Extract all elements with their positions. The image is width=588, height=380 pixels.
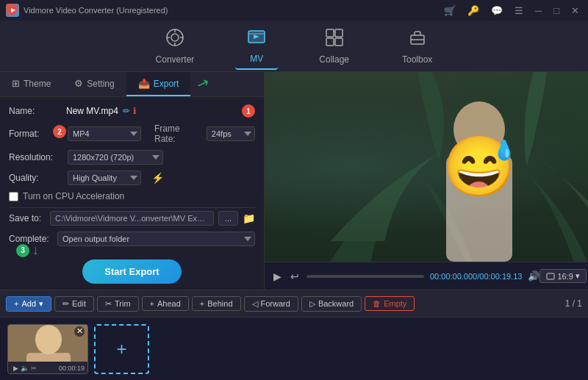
timeline-icons: ▶ 🔈 ✂: [11, 364, 39, 373]
close-button[interactable]: ✕: [568, 4, 582, 18]
bottom-toolbar: + Add ▾ ✏ Edit ✂ Trim + Ahead + Behind ◁…: [0, 290, 588, 318]
backward-label: Backward: [318, 299, 354, 308]
converter-label: Converter: [156, 54, 195, 65]
save-path-value: C:\Vidmore\Vidmore V...onverter\MV Expor…: [50, 211, 214, 226]
trim-label: Trim: [115, 299, 131, 308]
save-path-dots-button[interactable]: ...: [218, 211, 238, 226]
svg-rect-19: [547, 273, 554, 279]
quality-row: Quality: High Quality Medium Quality Low…: [9, 171, 255, 185]
backward-icon: ▷: [309, 299, 315, 309]
empty-button[interactable]: 🗑 Empty: [365, 296, 415, 311]
save-folder-icon[interactable]: 📁: [243, 212, 255, 224]
play-button[interactable]: ▶: [272, 269, 283, 284]
nav-toolbox[interactable]: Toolbox: [390, 24, 444, 69]
app-title: Vidmore Video Converter (Unregistered): [24, 6, 168, 15]
time-total: 00:00:19.13: [479, 272, 522, 281]
tab-setting[interactable]: ⚙ Setting: [62, 72, 126, 96]
collage-label: Collage: [319, 54, 349, 65]
svg-rect-24: [26, 353, 71, 362]
mv-label: MV: [250, 54, 263, 64]
add-more-button[interactable]: +: [94, 324, 149, 374]
framerate-select[interactable]: 24fps 25fps 30fps: [207, 126, 255, 141]
name-value: New MV.mp4: [66, 106, 118, 116]
edit-name-icon[interactable]: ✏: [123, 106, 130, 116]
add-chevron: ▾: [39, 299, 43, 309]
key-icon[interactable]: 🔑: [465, 4, 482, 18]
setting-tab-icon: ⚙: [74, 78, 83, 89]
ratio-value: 16:9: [557, 272, 573, 281]
cart-icon[interactable]: 🛒: [441, 4, 459, 18]
add-label: Add: [21, 299, 36, 308]
maximize-button[interactable]: □: [551, 4, 562, 18]
timeline: ✕ ▶ 🔈 ✂ 00:00:19 +: [0, 318, 588, 380]
behind-label: Behind: [207, 299, 232, 308]
timeline-item-close[interactable]: ✕: [74, 326, 85, 337]
export-panel-content: Name: New MV.mp4 ✏ ℹ 1 Format: 2 MP4 MOV: [0, 97, 264, 290]
tab-theme[interactable]: ⊞ Theme: [0, 72, 62, 96]
empty-label: Empty: [384, 299, 406, 308]
nav-collage[interactable]: Collage: [307, 24, 361, 69]
name-edit-icons: ✏ ℹ: [123, 106, 137, 116]
page-count: 1 / 1: [565, 298, 582, 309]
mv-icon: [247, 27, 266, 51]
app-icon: [6, 4, 19, 17]
main-content: ⊞ Theme ⚙ Setting 📤 Export ↙ Name: New M…: [0, 72, 588, 290]
chat-icon[interactable]: 💬: [488, 4, 506, 18]
aspect-ratio-button[interactable]: 16:9 ▾: [539, 269, 586, 283]
progress-bar[interactable]: [306, 275, 424, 278]
export-tab-label: Export: [154, 79, 179, 89]
cpu-acceleration-checkbox[interactable]: [9, 192, 18, 201]
timeline-info: ▶ 🔈 ✂ 00:00:19: [8, 362, 87, 374]
timeline-duration: 00:00:19: [59, 365, 85, 372]
toolbox-label: Toolbox: [402, 54, 432, 65]
add-button[interactable]: + Add ▾: [6, 296, 51, 312]
nav-mv[interactable]: MV: [235, 23, 278, 70]
tab-export[interactable]: 📤 Export: [126, 72, 191, 96]
empty-icon: 🗑: [373, 299, 381, 308]
info-name-icon[interactable]: ℹ: [133, 106, 137, 116]
annotation-3-area: 3 ↓: [16, 243, 39, 258]
resolution-label: Resolution:: [9, 152, 62, 162]
theme-tab-label: Theme: [24, 79, 51, 89]
left-panel: ⊞ Theme ⚙ Setting 📤 Export ↙ Name: New M…: [0, 72, 265, 290]
name-label: Name:: [9, 106, 62, 116]
quality-select[interactable]: High Quality Medium Quality Low Quality: [68, 171, 141, 185]
svg-rect-14: [335, 38, 343, 46]
svg-point-23: [35, 325, 62, 354]
resolution-row: Resolution: 1280x720 (720p) 1920x1080 (1…: [9, 150, 255, 165]
start-export-button[interactable]: Start Export: [82, 259, 181, 284]
behind-button[interactable]: + Behind: [192, 296, 241, 311]
format-select[interactable]: MP4 MOV AVI: [68, 126, 141, 141]
top-navigation: Converter MV Collage: [0, 21, 588, 72]
video-controls: ▶ ↩ 00:00:00.000/00:00:19.13 🔊 16:9 ▾: [265, 262, 588, 290]
replay-button[interactable]: ↩: [289, 269, 301, 284]
video-background: 😅: [265, 72, 588, 262]
svg-rect-13: [326, 38, 334, 46]
right-panel: 😅 ▶ ↩ 00:00:00.000/00:00:19.13 🔊 16:9: [265, 72, 588, 290]
nav-converter[interactable]: Converter: [144, 24, 207, 69]
video-preview: 😅: [265, 72, 588, 262]
complete-select[interactable]: Open output folder Do nothing Shut down: [57, 232, 255, 246]
ahead-button[interactable]: + Ahead: [142, 296, 189, 311]
cpu-acceleration-label: Turn on CPU Acceleration: [23, 191, 124, 201]
timeline-vol-icon[interactable]: 🔈: [21, 365, 29, 372]
export-tab-icon: 📤: [138, 78, 150, 89]
edit-button[interactable]: ✏ Edit: [54, 296, 94, 312]
ratio-icon: [546, 272, 555, 281]
forward-button[interactable]: ◁ Forward: [244, 296, 298, 312]
volume-icon[interactable]: 🔊: [528, 270, 539, 282]
menu-icon[interactable]: ☰: [512, 4, 526, 18]
edit-icon: ✏: [62, 299, 69, 309]
trim-button[interactable]: ✂ Trim: [97, 296, 139, 312]
resolution-select[interactable]: 1280x720 (720p) 1920x1080 (1080p) 854x48…: [68, 150, 163, 165]
bitrate-icon[interactable]: ⚡: [151, 172, 164, 184]
forward-icon: ◁: [252, 299, 258, 309]
timeline-cut-icon[interactable]: ✂: [31, 365, 37, 372]
theme-tab-icon: ⊞: [12, 78, 20, 89]
backward-button[interactable]: ▷ Backward: [301, 296, 362, 312]
minimize-button[interactable]: ─: [532, 4, 545, 18]
format-row: Format: 2 MP4 MOV AVI Frame Rate: 24fps …: [9, 123, 255, 144]
save-to-label: Save to:: [9, 213, 46, 223]
framerate-row: Frame Rate: 24fps 25fps 30fps: [154, 123, 255, 144]
timeline-play-icon[interactable]: ▶: [13, 365, 18, 372]
